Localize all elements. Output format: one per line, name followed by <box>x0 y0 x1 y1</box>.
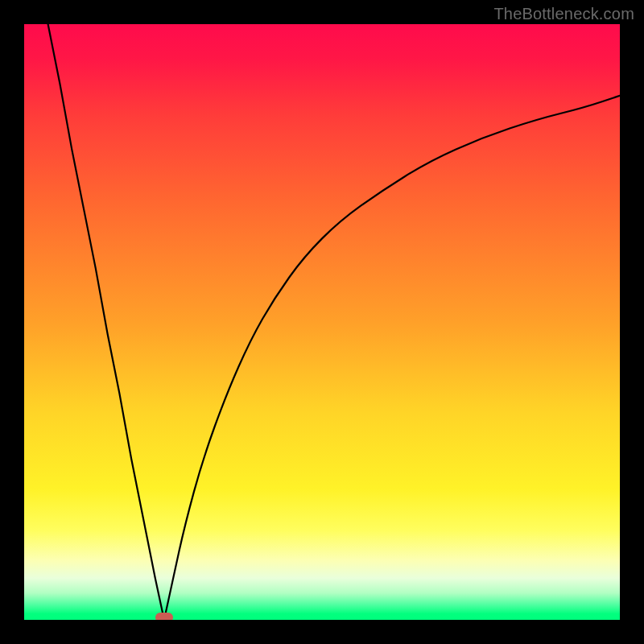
bottleneck-curve <box>24 24 620 620</box>
optimal-point-marker <box>155 613 173 620</box>
plot-area <box>24 24 620 620</box>
watermark-text: TheBottleneck.com <box>493 5 634 23</box>
